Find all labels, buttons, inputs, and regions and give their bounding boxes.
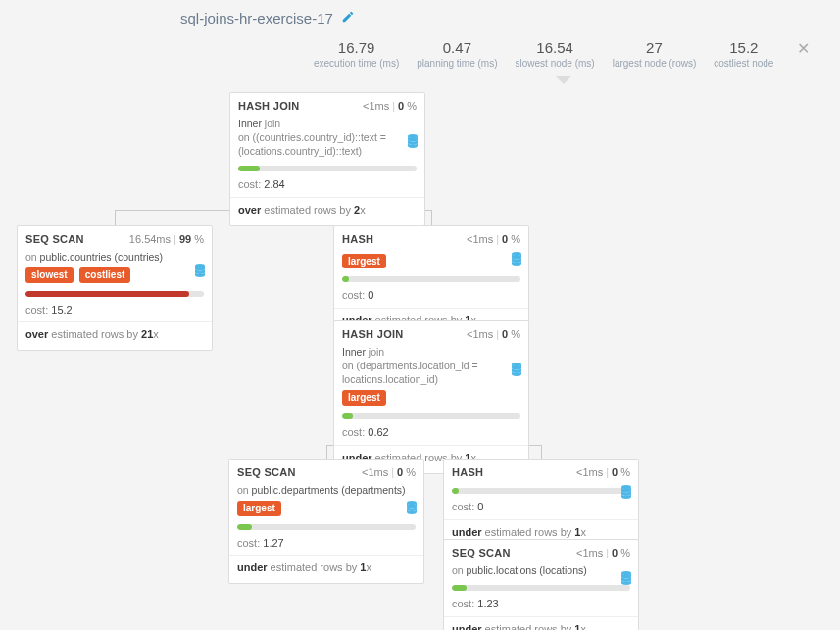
svg-point-2 <box>512 252 521 256</box>
node-stats: 16.54ms|99 % <box>129 232 204 247</box>
node-hash-join-root[interactable]: HASH JOIN <1ms|0 % Inner join on ((count… <box>229 92 425 226</box>
badge-row: largest <box>237 497 416 516</box>
connector <box>115 210 116 225</box>
node-stats: <1ms|0 % <box>576 465 630 480</box>
metric-exec-value: 16.79 <box>314 39 399 56</box>
close-icon[interactable]: ✕ <box>791 39 815 58</box>
node-estimate: under estimated rows by 1x <box>452 525 630 540</box>
badge-row: largest <box>342 250 520 269</box>
cost-bar <box>237 524 416 530</box>
node-header: HASH <1ms|0 % <box>452 465 630 480</box>
page-title-row: sql-joins-hr-exercise-17 <box>180 10 355 26</box>
node-hash-join-inner[interactable]: HASH JOIN <1ms|0 % Inner join on (depart… <box>333 320 529 474</box>
node-title: SEQ SCAN <box>237 465 296 480</box>
node-seq-scan-locations[interactable]: SEQ SCAN <1ms|0 % on public.locations (l… <box>443 539 639 630</box>
node-desc: on public.countries (countries) <box>25 250 204 264</box>
node-header: SEQ SCAN 16.54ms|99 % <box>25 232 204 247</box>
connector <box>431 210 432 225</box>
node-title: HASH <box>452 465 483 480</box>
metric-slowest-value: 16.54 <box>516 39 595 56</box>
database-icon[interactable] <box>620 571 632 590</box>
metric-plan-value: 0.47 <box>417 39 497 56</box>
svg-point-3 <box>512 363 521 366</box>
node-stats: <1ms|0 % <box>362 465 416 480</box>
metrics-pointer-icon <box>556 76 571 84</box>
node-stats: <1ms|0 % <box>576 546 630 560</box>
costliest-badge: costliest <box>79 267 131 283</box>
node-stats: <1ms|0 % <box>363 99 417 114</box>
connector <box>541 445 542 459</box>
cost-bar <box>25 291 204 297</box>
node-stats: <1ms|0 % <box>467 232 520 247</box>
svg-point-1 <box>195 264 205 267</box>
connector <box>326 445 327 459</box>
badge-row: largest <box>342 386 520 406</box>
database-icon[interactable] <box>620 485 632 504</box>
page-title: sql-joins-hr-exercise-17 <box>180 10 333 26</box>
node-cost: cost: 2.84 <box>238 177 417 192</box>
node-header: HASH JOIN <1ms|0 % <box>238 99 417 114</box>
metric-largest-value: 27 <box>613 39 697 56</box>
node-cost: cost: 0 <box>342 288 520 303</box>
edit-title-icon[interactable] <box>341 10 355 26</box>
metric-largest-label: largest node (rows) <box>613 58 697 69</box>
node-estimate: under estimated rows by 1x <box>452 622 630 630</box>
database-icon[interactable] <box>406 501 418 519</box>
node-header: HASH <1ms|0 % <box>342 232 520 247</box>
svg-point-4 <box>407 501 417 505</box>
node-stats: <1ms|0 % <box>467 327 520 342</box>
badge-row: slowest costliest <box>25 264 204 283</box>
largest-badge: largest <box>237 501 281 516</box>
svg-point-5 <box>621 485 631 489</box>
node-seq-scan-departments[interactable]: SEQ SCAN <1ms|0 % on public.departments … <box>228 459 424 584</box>
node-desc: on public.locations (locations) <box>452 563 630 577</box>
node-title: HASH JOIN <box>238 99 300 114</box>
node-estimate: over estimated rows by 2x <box>238 203 417 218</box>
node-seq-scan-countries[interactable]: SEQ SCAN 16.54ms|99 % on public.countrie… <box>17 225 213 351</box>
database-icon[interactable] <box>511 363 522 381</box>
metric-plan-label: planning time (ms) <box>417 58 497 69</box>
node-desc: on public.departments (departments) <box>237 483 416 497</box>
metric-costliest-label: costliest node <box>714 58 773 69</box>
metric-slowest: 16.54 slowest node (ms) <box>516 39 595 69</box>
largest-badge: largest <box>342 254 386 269</box>
node-cost: cost: 15.2 <box>25 303 204 317</box>
cost-bar <box>452 585 630 591</box>
node-estimate: over estimated rows by 21x <box>25 327 204 342</box>
database-icon[interactable] <box>511 252 522 270</box>
node-desc: Inner join on (departments.location_id =… <box>342 345 520 387</box>
largest-badge: largest <box>342 390 386 406</box>
node-estimate: under estimated rows by 1x <box>237 560 416 575</box>
metric-exec: 16.79 execution time (ms) <box>314 39 399 69</box>
svg-point-6 <box>621 571 631 575</box>
node-cost: cost: 1.23 <box>452 597 630 611</box>
node-desc: Inner join on ((countries.country_id)::t… <box>238 117 417 159</box>
node-title: SEQ SCAN <box>25 232 84 247</box>
metric-costliest-value: 15.2 <box>714 39 773 56</box>
node-cost: cost: 0 <box>452 500 630 514</box>
node-hash-bottom[interactable]: HASH <1ms|0 % cost: 0 under estimated ro… <box>443 459 639 549</box>
node-cost: cost: 0.62 <box>342 425 520 440</box>
node-cost: cost: 1.27 <box>237 536 416 551</box>
metric-largest: 27 largest node (rows) <box>613 39 697 69</box>
node-title: HASH JOIN <box>342 327 404 342</box>
node-title: HASH <box>342 232 373 247</box>
slowest-badge: slowest <box>25 267 74 283</box>
node-header: HASH JOIN <1ms|0 % <box>342 327 520 342</box>
metric-plan: 0.47 planning time (ms) <box>417 39 497 69</box>
cost-bar <box>342 413 520 419</box>
svg-point-0 <box>408 134 418 138</box>
cost-bar <box>342 276 520 282</box>
node-header: SEQ SCAN <1ms|0 % <box>237 465 416 480</box>
node-title: SEQ SCAN <box>452 546 511 560</box>
database-icon[interactable] <box>194 264 206 282</box>
database-icon[interactable] <box>407 134 419 153</box>
metric-exec-label: execution time (ms) <box>314 58 399 69</box>
metric-slowest-label: slowest node (ms) <box>516 58 595 69</box>
cost-bar <box>452 488 630 494</box>
metric-costliest: 15.2 costliest node <box>714 39 773 69</box>
metrics-bar: 16.79 execution time (ms) 0.47 planning … <box>314 39 820 69</box>
cost-bar <box>238 166 417 171</box>
node-header: SEQ SCAN <1ms|0 % <box>452 546 630 560</box>
